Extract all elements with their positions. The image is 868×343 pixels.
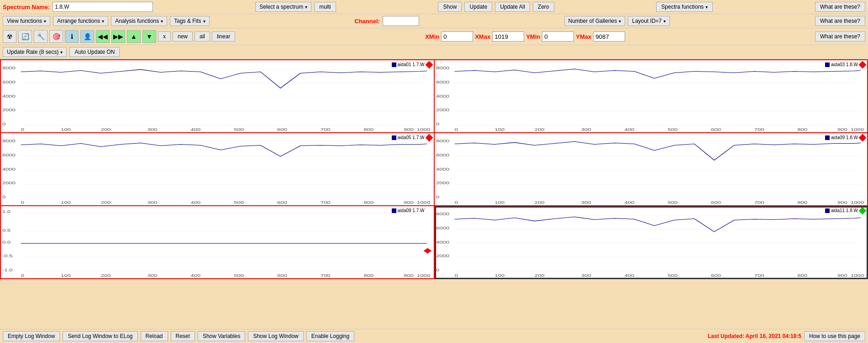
layout-id-button[interactable]: Layout ID=7 [628,16,670,26]
refresh-icon-btn[interactable]: 🔄 [18,30,32,43]
spectra-functions-button[interactable]: Spectra functions [656,2,713,12]
svg-text:200: 200 [101,127,111,132]
svg-text:6000: 6000 [436,153,449,157]
number-of-galleries-button[interactable]: Number of Galleries [564,16,626,26]
chart-cell-4[interactable]: 8000 6000 4000 2000 0 0 100 200 300 400 … [435,133,868,206]
view-functions-button[interactable]: View functions [3,16,50,26]
up-arrow-btn[interactable]: ▲ [127,30,141,43]
svg-text:0: 0 [21,273,24,278]
chart-label-text-1: aida01 1.7.W [398,62,425,67]
send-log-button[interactable]: Send Log Window to ELog [63,331,137,341]
svg-text:600: 600 [710,273,721,278]
svg-text:300: 300 [581,200,591,205]
svg-text:1000: 1000 [851,273,864,278]
update-rate-button[interactable]: Update Rate (8 secs) [3,47,67,57]
svg-text:1000: 1000 [851,200,864,205]
svg-text:8000: 8000 [436,212,449,216]
linear-button[interactable]: linear [212,31,235,42]
all-button[interactable]: all [195,31,210,42]
svg-text:800: 800 [363,273,374,278]
what-are-these-3-button[interactable]: What are these? [815,31,865,42]
person-icon-btn[interactable]: 👤 [80,30,94,43]
spectrum-name-input[interactable] [53,2,153,12]
svg-text:1000: 1000 [851,127,864,132]
xmin-label: XMin [425,33,439,40]
ymin-input[interactable] [542,31,574,42]
zero-button[interactable]: Zero [533,2,554,12]
svg-text:500: 500 [668,200,678,205]
channel-input[interactable] [383,16,419,26]
what-are-these-1-button[interactable]: What are these? [815,2,865,12]
target-icon-btn[interactable]: 🎯 [49,30,63,43]
svg-text:500: 500 [234,200,244,205]
svg-text:100: 100 [494,273,505,278]
chart-cell-2[interactable]: 8000 6000 4000 2000 0 0 100 200 300 400 … [435,60,868,133]
info-icon-btn[interactable]: ℹ [65,30,79,43]
svg-text:200: 200 [534,127,544,132]
forward-arrow-btn[interactable]: ▶▶ [111,30,125,43]
reload-button[interactable]: Reload [141,331,168,341]
svg-text:800: 800 [797,200,807,205]
svg-text:6000: 6000 [2,80,16,84]
update-button[interactable]: Update [464,2,492,12]
footer: Empty Log Window Send Log Window to ELog… [0,329,868,343]
chart-svg-2: 8000 6000 4000 2000 0 0 100 200 300 400 … [435,60,868,132]
tags-fits-button[interactable]: Tags & Fits [170,16,209,26]
svg-text:0: 0 [2,122,5,126]
svg-text:1.0: 1.0 [2,209,11,214]
empty-log-button[interactable]: Empty Log Window [3,331,60,341]
svg-text:600: 600 [710,127,721,132]
svg-text:300: 300 [147,200,158,205]
settings-icon-btn[interactable]: 🔧 [34,30,47,43]
svg-text:2000: 2000 [436,108,449,112]
chart-cell-6[interactable]: 8000 6000 4000 2000 0 0 100 200 300 400 … [435,206,868,279]
chart-cell-1[interactable]: 8000 6000 4000 2000 0 0 100 200 300 400 … [1,60,435,133]
svg-text:900: 900 [404,127,414,132]
svg-text:800: 800 [797,127,807,132]
chart-cell-5[interactable]: 1.0 0.5 0.0 -0.5 -1.0 0 100 200 300 400 … [1,206,435,279]
svg-text:200: 200 [534,200,544,205]
second-row: View functions Arrange functions Analysi… [0,14,868,28]
svg-text:700: 700 [321,273,331,278]
analysis-functions-button[interactable]: Analysis functions [111,16,167,26]
svg-text:0.0: 0.0 [2,239,11,244]
svg-text:-1.0: -1.0 [2,268,13,272]
auto-update-button[interactable]: Auto Update ON [69,47,120,57]
show-log-button[interactable]: Show Log Window [248,331,303,341]
xmax-input[interactable] [492,31,524,42]
svg-text:0: 0 [436,122,439,126]
ymax-input[interactable] [593,31,625,42]
what-are-these-2-button[interactable]: What are these? [815,16,865,26]
show-variables-button[interactable]: Show Variables [198,331,246,341]
x-button[interactable]: x [158,31,171,42]
xmin-input[interactable] [441,31,473,42]
select-spectrum-button[interactable]: Select a spectrum [255,2,311,12]
enable-logging-button[interactable]: Enable Logging [306,331,354,341]
chart-svg-6: 8000 6000 4000 2000 0 0 100 200 300 400 … [435,206,868,278]
svg-text:2000: 2000 [436,181,449,185]
svg-text:400: 400 [190,127,200,132]
chart-legend-square-3 [392,135,396,140]
chart-legend-square-1 [392,62,396,67]
reset-button[interactable]: Reset [171,331,195,341]
new-button[interactable]: new [173,31,193,42]
svg-text:500: 500 [234,127,244,132]
chart-label-2: aida03 1.8.W [825,62,858,67]
last-updated: Last Updated: April 16, 2021 04:18:5 [708,333,801,339]
svg-text:600: 600 [277,200,287,205]
chart-cell-3[interactable]: 8000 6000 4000 2000 0 0 100 200 300 400 … [1,133,435,206]
how-to-use-button[interactable]: How to use this page [804,331,865,341]
svg-text:6000: 6000 [436,80,449,84]
svg-text:200: 200 [101,273,111,278]
svg-text:0: 0 [436,268,439,272]
multi-button[interactable]: multi [314,2,336,12]
update-all-button[interactable]: Update All [495,2,530,12]
arrange-functions-button[interactable]: Arrange functions [53,16,108,26]
svg-text:8000: 8000 [436,139,449,143]
back-arrow-btn[interactable]: ◀◀ [96,30,110,43]
show-button[interactable]: Show [438,2,462,12]
nuclear-icon-btn[interactable]: ☢ [3,30,16,43]
svg-text:700: 700 [754,127,764,132]
svg-text:700: 700 [321,127,331,132]
down-arrow-btn[interactable]: ▼ [142,30,156,43]
